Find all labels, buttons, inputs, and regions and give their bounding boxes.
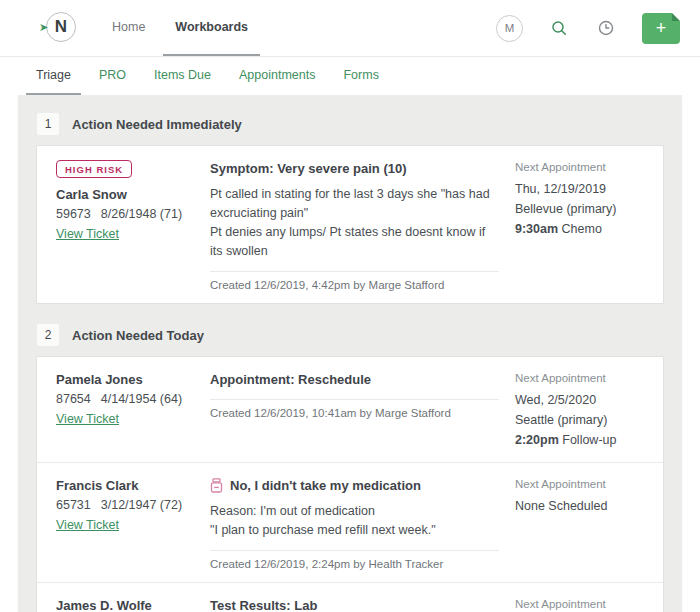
header-actions: M + <box>496 0 680 56</box>
next-appointment-label: Next Appointment <box>515 370 643 387</box>
ticket-cell: Test Results: Lab Created 12/6/2019, 11:… <box>210 596 499 612</box>
triage-card: Pamela Jones 876544/14/1954 (64) View Ti… <box>36 356 664 612</box>
top-header: ➤ N Home Workboards M + <box>0 0 700 57</box>
patient-cell: Pamela Jones 876544/14/1954 (64) View Ti… <box>56 370 194 450</box>
ticket-title: Symptom: Very severe pain (10) <box>210 159 499 178</box>
patient-mrn: 59673 <box>56 207 91 221</box>
logo-letter: N <box>55 17 67 37</box>
ticket-title: Appointment: Reschedule <box>210 370 499 389</box>
patient-cell: HIGH RISK Carla Snow 596738/26/1948 (71)… <box>56 159 194 291</box>
appointment-date: Thu, 12/19/2019 <box>515 179 643 199</box>
tab-appointments[interactable]: Appointments <box>229 57 325 95</box>
section-number: 1 <box>37 113 59 135</box>
divider <box>210 271 499 272</box>
ticket-created: Created 12/6/2019, 10:41am by Marge Staf… <box>210 407 499 419</box>
next-appointment-label: Next Appointment <box>515 159 643 176</box>
nav-item-home[interactable]: Home <box>100 0 157 56</box>
ticket-body: Pt called in stating for the last 3 days… <box>210 185 499 261</box>
divider <box>210 399 499 400</box>
ticket-body-line: Pt denies any lumps/ Pt states she doesn… <box>210 223 499 261</box>
section-action-needed-today: 2 Action Needed Today Pamela Jones 87654… <box>36 324 664 612</box>
ticket-cell: Appointment: Reschedule Created 12/6/201… <box>210 370 499 450</box>
section-action-needed-immediately: 1 Action Needed Immediately HIGH RISK Ca… <box>36 113 664 304</box>
table-row: Francis Clark 657313/12/1947 (72) View T… <box>37 462 663 582</box>
triage-panel: 1 Action Needed Immediately HIGH RISK Ca… <box>18 95 682 612</box>
patient-ids: 596738/26/1948 (71) <box>56 205 194 224</box>
patient-dob: 8/26/1948 (71) <box>101 207 182 221</box>
triage-card: HIGH RISK Carla Snow 596738/26/1948 (71)… <box>36 145 664 304</box>
user-avatar[interactable]: M <box>496 15 523 42</box>
section-title: Action Needed Today <box>72 328 204 343</box>
workboard-tabs: Triage PRO Items Due Appointments Forms <box>0 57 700 95</box>
patient-name: Pamela Jones <box>56 370 194 390</box>
ticket-title: Test Results: Lab <box>210 596 499 612</box>
ticket-title: No, I didn't take my medication <box>210 476 499 495</box>
appointment-time-type: 2:20pm Follow-up <box>515 430 643 450</box>
view-ticket-link[interactable]: View Ticket <box>56 409 119 429</box>
section-header: 1 Action Needed Immediately <box>37 113 664 135</box>
ticket-body-line: "I plan to purchase med refill next week… <box>210 521 499 540</box>
pill-bottle-icon <box>210 478 223 493</box>
patient-mrn: 65731 <box>56 498 91 512</box>
appointment-time: 9:30am <box>515 222 558 236</box>
clock-icon[interactable] <box>595 17 617 39</box>
appointment-time: 2:20pm <box>515 433 559 447</box>
next-appointment-label: Next Appointment <box>515 476 643 493</box>
table-row: Pamela Jones 876544/14/1954 (64) View Ti… <box>37 357 663 462</box>
tab-items-due[interactable]: Items Due <box>144 57 221 95</box>
app-logo: ➤ N <box>46 12 78 44</box>
appointment-time-type: 9:30am Chemo <box>515 219 643 239</box>
tab-triage[interactable]: Triage <box>26 57 81 95</box>
patient-ids: 657313/12/1947 (72) <box>56 496 194 515</box>
tab-pro[interactable]: PRO <box>89 57 136 95</box>
appointment-location: Bellevue (primary) <box>515 199 643 219</box>
logo-arrow-icon: ➤ <box>39 21 48 34</box>
appointment-date: Wed, 2/5/2020 <box>515 390 643 410</box>
section-number: 2 <box>37 324 59 346</box>
appointment-type: Chemo <box>562 222 602 236</box>
next-appointment-label: Next Appointment <box>515 596 643 612</box>
patient-cell: Francis Clark 657313/12/1947 (72) View T… <box>56 476 194 570</box>
logo-circle: N <box>46 12 76 42</box>
ticket-cell: Symptom: Very severe pain (10) Pt called… <box>210 159 499 291</box>
ticket-created: Created 12/6/2019, 2:24pm by Health Trac… <box>210 558 499 570</box>
patient-dob: 4/14/1954 (64) <box>101 392 182 406</box>
search-icon[interactable] <box>548 17 570 39</box>
new-document-button[interactable]: + <box>642 13 680 44</box>
tab-forms[interactable]: Forms <box>333 57 388 95</box>
appointment-cell: Next Appointment None Scheduled <box>515 476 643 570</box>
patient-name: Francis Clark <box>56 476 194 496</box>
section-title: Action Needed Immediately <box>72 117 242 132</box>
nav-item-workboards[interactable]: Workboards <box>163 0 260 56</box>
high-risk-badge: HIGH RISK <box>56 160 132 178</box>
section-header: 2 Action Needed Today <box>37 324 664 346</box>
divider <box>210 550 499 551</box>
patient-dob: 3/12/1947 (72) <box>101 498 182 512</box>
ticket-body: Reason: I'm out of medication "I plan to… <box>210 502 499 540</box>
patient-name: Carla Snow <box>56 185 194 205</box>
appointment-location: Seattle (primary) <box>515 410 643 430</box>
ticket-body-line: Pt called in stating for the last 3 days… <box>210 185 499 223</box>
appointment-cell: Next Appointment Wed, 2/5/2020 Seattle (… <box>515 370 643 450</box>
appointment-type: Follow-up <box>562 433 616 447</box>
patient-ids: 876544/14/1954 (64) <box>56 390 194 409</box>
appointment-none: None Scheduled <box>515 496 643 516</box>
ticket-title-text: No, I didn't take my medication <box>230 476 421 495</box>
appointment-cell: Next Appointment Thu, 12/19/2019 Bellevu… <box>515 159 643 291</box>
table-row: HIGH RISK Carla Snow 596738/26/1948 (71)… <box>37 146 663 303</box>
table-row: James D. Wolfe 6920611/9/1952 (67) View … <box>37 582 663 612</box>
ticket-created: Created 12/6/2019, 4:42pm by Marge Staff… <box>210 279 499 291</box>
patient-mrn: 87654 <box>56 392 91 406</box>
patient-cell: James D. Wolfe 6920611/9/1952 (67) View … <box>56 596 194 612</box>
patient-name: James D. Wolfe <box>56 596 194 612</box>
view-ticket-link[interactable]: View Ticket <box>56 515 119 535</box>
appointment-cell: Next Appointment None Scheduled <box>515 596 643 612</box>
view-ticket-link[interactable]: View Ticket <box>56 224 119 244</box>
ticket-cell: No, I didn't take my medication Reason: … <box>210 476 499 570</box>
ticket-body-line: Reason: I'm out of medication <box>210 502 499 521</box>
primary-nav: Home Workboards <box>100 0 260 56</box>
